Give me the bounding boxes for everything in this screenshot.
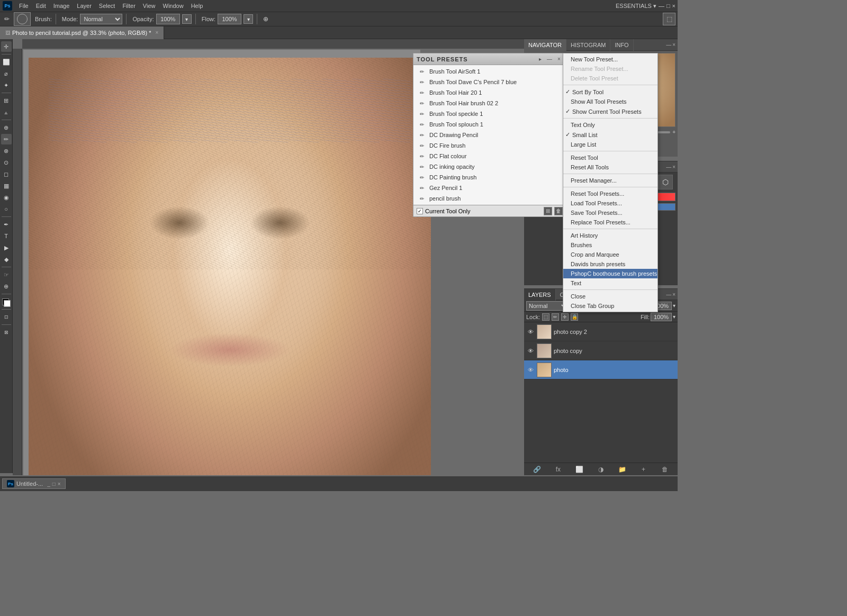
list-item[interactable]: ✏ DC Fire brush: [415, 140, 565, 151]
menu-view[interactable]: View: [140, 2, 159, 10]
ctx-brushes[interactable]: Brushes: [563, 240, 657, 250]
tool-healing[interactable]: ⊕: [1, 122, 12, 133]
ctx-small-list[interactable]: ✓ Small List: [563, 130, 657, 140]
document-tab[interactable]: 🖼 Photo to pencil tutorial.psd @ 33.3% (…: [0, 26, 164, 39]
layer-visibility[interactable]: 👁: [526, 328, 535, 336]
taskbar-app[interactable]: Ps Untitled-... _ □ ×: [2, 478, 66, 489]
layers-collapse[interactable]: —: [666, 292, 671, 297]
tool-dodge[interactable]: ○: [1, 204, 12, 214]
tool-crop[interactable]: ⊞: [1, 95, 12, 106]
tool-screen-mode[interactable]: ⊠: [1, 327, 12, 338]
layers-close[interactable]: ×: [672, 292, 675, 297]
lock-transparent[interactable]: ⬚: [542, 313, 549, 321]
list-item[interactable]: ✏ DC inking opacity: [415, 161, 565, 172]
tool-marquee[interactable]: ⬜: [1, 57, 12, 67]
ctx-reset-all-tools[interactable]: Reset All Tools: [563, 162, 657, 172]
list-item[interactable]: ✏ pencil brush: [415, 193, 565, 204]
tool-quick-mask[interactable]: ⊡: [1, 312, 12, 322]
menu-layer[interactable]: Layer: [74, 2, 95, 10]
list-item[interactable]: ✏ Brush Tool Hair brush 02 2: [415, 98, 565, 108]
menu-select[interactable]: Select: [96, 2, 119, 10]
tool-shape[interactable]: ◆: [1, 254, 12, 265]
tool-pen[interactable]: ✒: [1, 219, 12, 230]
layer-visibility[interactable]: 👁: [526, 347, 535, 355]
canvas-icon[interactable]: ⬚: [663, 13, 675, 25]
ctx-text[interactable]: Text: [563, 278, 657, 288]
adj-close[interactable]: ×: [672, 164, 675, 170]
adj-photofilter[interactable]: ⬡: [658, 175, 673, 189]
tool-lasso[interactable]: ⌀: [1, 68, 12, 79]
tool-eraser[interactable]: ◻: [1, 169, 12, 179]
lock-pixels[interactable]: ✏: [552, 313, 559, 321]
opacity-input[interactable]: 100%: [156, 14, 180, 24]
taskbar-restore[interactable]: □: [52, 481, 56, 487]
window-close[interactable]: ×: [672, 3, 675, 9]
tool-clone[interactable]: ⊗: [1, 146, 12, 156]
list-item[interactable]: ✏ Brush Tool splouch 1: [415, 119, 565, 130]
mode-select[interactable]: Normal: [80, 14, 122, 24]
panel-collapse[interactable]: —: [546, 56, 553, 63]
list-item[interactable]: ✏ Brush Tool Dave C's Pencil 7 blue: [415, 77, 565, 87]
blend-mode-select[interactable]: Normal: [526, 301, 569, 311]
layer-group-btn[interactable]: 📁: [617, 465, 627, 474]
ctx-sort-by-tool[interactable]: ✓ Sort By Tool: [563, 87, 657, 97]
ctx-reset-presets[interactable]: Reset Tool Presets...: [563, 189, 657, 198]
tool-type[interactable]: T: [1, 231, 12, 241]
fill-arrow[interactable]: ▾: [673, 314, 675, 320]
tool-zoom[interactable]: ⊕: [1, 281, 12, 292]
layer-delete-btn[interactable]: 🗑: [660, 465, 670, 474]
menu-help[interactable]: Help: [188, 2, 206, 10]
ctx-save-presets[interactable]: Save Tool Presets...: [563, 208, 657, 218]
tool-hand[interactable]: ☞: [1, 269, 12, 280]
ctx-text-only[interactable]: Text Only: [563, 120, 657, 130]
ctx-pshopc-presets[interactable]: PshopC boothouse brush presets: [563, 269, 657, 278]
nav-close[interactable]: ×: [672, 42, 675, 48]
tool-history[interactable]: ⊙: [1, 157, 12, 168]
tab-layers[interactable]: LAYERS: [524, 289, 556, 301]
ctx-replace-presets[interactable]: Replace Tool Presets...: [563, 218, 657, 227]
adj-collapse[interactable]: —: [666, 164, 671, 170]
tool-move[interactable]: ✛: [1, 41, 12, 52]
ctx-show-all[interactable]: Show All Tool Presets: [563, 97, 657, 106]
ctx-close[interactable]: Close: [563, 292, 657, 301]
menu-filter[interactable]: Filter: [119, 2, 138, 10]
list-item[interactable]: ✏ Brush Tool Hair 20 1: [415, 87, 565, 98]
opacity-arrow[interactable]: ▾: [182, 14, 192, 24]
airbrush-icon[interactable]: ⊕: [261, 14, 271, 24]
flow-input[interactable]: 100%: [218, 14, 241, 24]
ctx-show-current[interactable]: ✓ Show Current Tool Presets: [563, 106, 657, 116]
layer-item[interactable]: 👁 photo copy 2: [524, 322, 678, 341]
ctx-preset-manager[interactable]: Preset Manager...: [563, 176, 657, 185]
tab-info[interactable]: INFO: [610, 39, 633, 51]
list-item[interactable]: ✏ DC Drawing Pencil: [415, 130, 565, 140]
window-restore[interactable]: □: [666, 3, 670, 9]
panel-close-btn[interactable]: ×: [555, 56, 563, 63]
lock-position[interactable]: ✛: [561, 313, 569, 321]
list-item[interactable]: ✏ Brush Tool speckle 1: [415, 108, 565, 119]
panel-new-btn[interactable]: ⊞: [544, 207, 552, 215]
tab-navigator[interactable]: NAVIGATOR: [524, 39, 566, 51]
ctx-reset-tool[interactable]: Reset Tool: [563, 153, 657, 162]
layer-item-active[interactable]: 👁 photo: [524, 360, 678, 379]
opacity-arrow-icon[interactable]: ▾: [673, 303, 675, 309]
ctx-crop-marquee[interactable]: Crop and Marquee: [563, 250, 657, 259]
layer-link-btn[interactable]: 🔗: [532, 465, 542, 474]
lock-all[interactable]: 🔒: [571, 313, 578, 321]
current-tool-checkbox[interactable]: ✓: [417, 208, 423, 214]
color-swatch[interactable]: [2, 298, 11, 307]
taskbar-close[interactable]: ×: [58, 481, 61, 487]
tool-brush[interactable]: ✏: [1, 134, 12, 144]
ctx-close-tab-group[interactable]: Close Tab Group: [563, 301, 657, 311]
menu-edit[interactable]: Edit: [33, 2, 49, 10]
tool-magic-wand[interactable]: ✦: [1, 80, 12, 90]
ctx-art-history[interactable]: Art History: [563, 231, 657, 240]
layer-mask-btn[interactable]: ⬜: [575, 465, 584, 474]
list-item[interactable]: ✏ DC Flat colour: [415, 151, 565, 161]
tool-eyedropper[interactable]: ⟁: [1, 107, 12, 117]
nav-collapse[interactable]: —: [666, 42, 671, 48]
menu-file[interactable]: File: [16, 2, 32, 10]
fill-input[interactable]: [651, 313, 672, 321]
layer-item[interactable]: 👁 photo copy: [524, 341, 678, 360]
layer-visibility[interactable]: 👁: [526, 366, 535, 374]
tool-blur[interactable]: ◉: [1, 192, 12, 203]
